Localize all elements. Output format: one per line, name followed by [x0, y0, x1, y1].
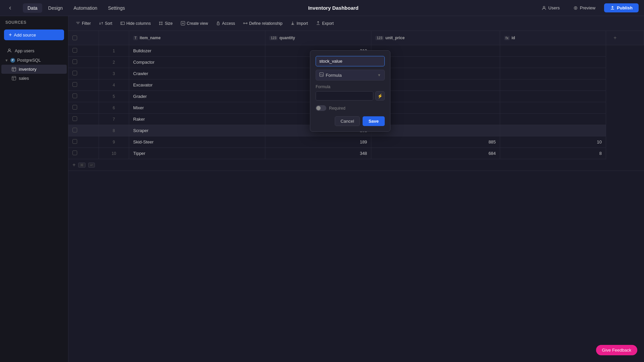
field-name-input[interactable] — [316, 56, 385, 66]
formula-input[interactable] — [316, 91, 373, 101]
table-icon — [11, 67, 16, 72]
sidebar-item-postgresql-label: PostgreSQL — [17, 58, 41, 63]
column-header-id: fx id — [500, 31, 606, 45]
add-column-button[interactable]: + — [610, 34, 620, 42]
cell-unit-price: 684 — [371, 148, 500, 159]
topbar-right: Users Preview Publish — [537, 3, 639, 12]
tab-design[interactable]: Design — [44, 3, 68, 13]
tab-settings[interactable]: Settings — [103, 3, 130, 13]
hide-columns-button[interactable]: Hide columns — [117, 19, 154, 27]
cell-id: 8 — [500, 148, 606, 159]
row-checkbox[interactable] — [72, 139, 77, 144]
topbar-left: Data Design Automation Settings — [5, 3, 130, 13]
sort-button[interactable]: Sort — [96, 19, 116, 27]
row-checkbox[interactable] — [72, 105, 77, 110]
table-icon-sales — [11, 76, 16, 81]
row-number: 4 — [99, 79, 129, 91]
svg-rect-13 — [217, 23, 219, 25]
filter-button[interactable]: Filter — [72, 19, 94, 27]
back-button[interactable] — [5, 3, 15, 13]
new-field-modal: fx Formula ▼ Formula ⚡ — [209, 40, 290, 132]
row-checkbox[interactable] — [72, 82, 77, 87]
cell-id — [500, 125, 606, 136]
formula-function-button[interactable]: ⚡ — [375, 91, 385, 101]
cell-id — [500, 45, 606, 57]
row-number: 2 — [99, 57, 129, 68]
row-checkbox[interactable] — [72, 48, 77, 53]
svg-point-3 — [8, 49, 10, 51]
row-number: 5 — [99, 91, 129, 102]
preview-button[interactable]: Preview — [569, 3, 600, 12]
table-row: 10Tipper3486848 — [68, 148, 644, 159]
cancel-button[interactable]: Cancel — [335, 116, 360, 126]
publish-button[interactable]: Publish — [604, 3, 639, 12]
type-icon-text: T — [133, 36, 138, 40]
sidebar-item-inventory-label: inventory — [19, 67, 37, 72]
row-number: 6 — [99, 102, 129, 114]
cell-item-name: Skid-Steer — [129, 136, 265, 148]
cell-unit-price — [371, 45, 500, 57]
row-number: 7 — [99, 114, 129, 125]
row-checkbox[interactable] — [72, 71, 77, 75]
required-toggle[interactable] — [316, 105, 326, 111]
cell-unit-price — [371, 102, 500, 114]
type-select[interactable]: fx Formula ▼ — [316, 70, 385, 80]
add-column-header[interactable]: + — [606, 31, 644, 45]
sidebar-item-app-users[interactable]: App users — [1, 46, 67, 56]
topbar: Data Design Automation Settings Inventor… — [0, 0, 644, 16]
sidebar-item-inventory[interactable]: inventory — [1, 65, 67, 74]
modal-actions: Cancel Save — [316, 116, 385, 126]
give-feedback-button[interactable]: Give Feedback — [596, 345, 637, 355]
formula-type-icon: fx — [319, 72, 324, 78]
cell-id: 10 — [500, 136, 606, 148]
sidebar: Sources + Add source App users ▼ P Postg… — [0, 16, 68, 362]
content-area: Filter Sort Hide columns Size — [68, 16, 644, 362]
access-button[interactable]: Access — [213, 19, 238, 27]
table-row: 9Skid-Steer18988510 — [68, 136, 644, 148]
cell-quantity: 189 — [265, 136, 371, 148]
row-number: 10 — [99, 148, 129, 159]
size-button[interactable]: Size — [155, 19, 176, 27]
select-all-column — [68, 31, 99, 45]
save-button[interactable]: Save — [363, 116, 385, 126]
row-checkbox[interactable] — [72, 116, 77, 121]
svg-point-2 — [575, 7, 576, 9]
sidebar-header: Sources — [0, 20, 68, 28]
topbar-center: Inventory Dashboard — [130, 5, 537, 11]
define-relationship-button[interactable]: Define relationship — [240, 19, 286, 27]
main-layout: Sources + Add source App users ▼ P Postg… — [0, 16, 644, 362]
sidebar-item-postgresql[interactable]: ▼ P PostgreSQL — [0, 56, 68, 65]
select-all-checkbox[interactable] — [72, 36, 77, 40]
type-select-inner: fx Formula — [319, 72, 342, 78]
row-checkbox[interactable] — [72, 128, 77, 132]
add-row-button[interactable]: + — [72, 162, 75, 168]
cell-unit-price: 885 — [371, 136, 500, 148]
row-checkbox[interactable] — [72, 59, 77, 64]
users-button[interactable]: Users — [537, 3, 565, 12]
create-view-button[interactable]: Create view — [177, 19, 211, 27]
row-number: 1 — [99, 45, 129, 57]
formula-section: Formula ⚡ — [316, 84, 385, 101]
add-row-area: + ⌘ ↵ — [68, 159, 644, 171]
import-button[interactable]: Import — [287, 19, 311, 27]
type-select-label: Formula — [326, 73, 342, 78]
svg-point-0 — [543, 6, 545, 8]
row-number: 9 — [99, 136, 129, 148]
export-button[interactable]: Export — [313, 19, 337, 27]
chevron-down-icon: ▼ — [5, 58, 8, 62]
row-checkbox[interactable] — [72, 94, 77, 98]
tab-automation[interactable]: Automation — [69, 3, 102, 13]
add-source-button[interactable]: + Add source — [4, 29, 64, 40]
row-checkbox[interactable] — [72, 150, 77, 155]
table-container: T item_name 123 quantity — [68, 31, 644, 362]
svg-point-15 — [246, 23, 247, 24]
cell-unit-price — [371, 57, 500, 68]
sidebar-item-sales[interactable]: sales — [1, 74, 67, 83]
required-row: Required — [316, 105, 385, 111]
cell-id — [500, 114, 606, 125]
svg-rect-10 — [121, 22, 124, 24]
cell-id — [500, 79, 606, 91]
tab-data[interactable]: Data — [23, 3, 42, 13]
row-number: 3 — [99, 68, 129, 79]
postgres-icon: P — [10, 58, 15, 63]
